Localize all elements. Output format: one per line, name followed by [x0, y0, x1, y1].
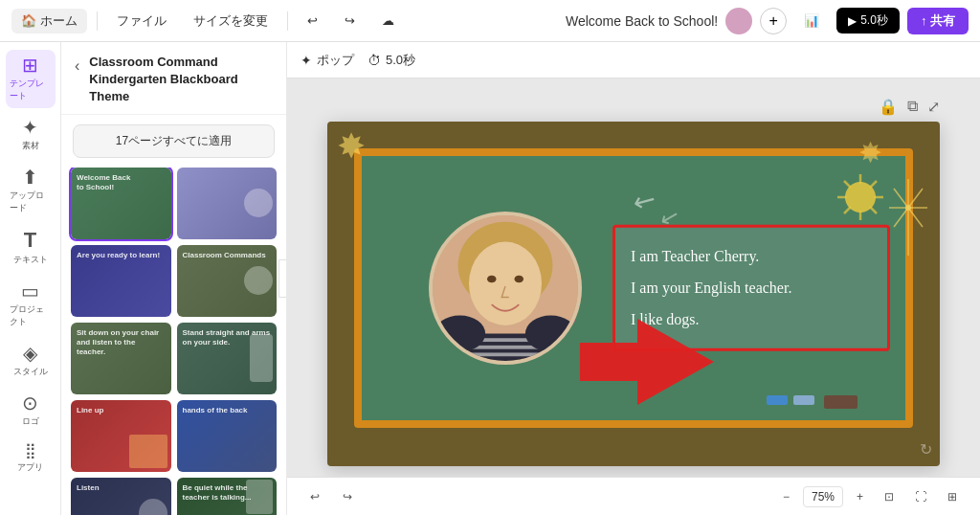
grid-button[interactable]: ⊞ — [940, 486, 965, 507]
template-thumb-3[interactable]: Are you ready to learn! — [71, 245, 171, 317]
template-grid: Welcome Backto School! Are you ready to … — [61, 168, 286, 515]
eraser-1 — [767, 395, 788, 405]
svg-point-11 — [469, 242, 542, 325]
bottom-redo-button[interactable]: ↪ — [335, 486, 360, 507]
presentation-title: Welcome Back to School! — [566, 13, 718, 29]
add-collaborator-button[interactable]: + — [760, 8, 787, 34]
svg-rect-17 — [460, 352, 551, 356]
big-red-arrow — [580, 319, 714, 409]
zoom-in-button[interactable]: + — [849, 486, 871, 507]
upload-label: アップロード — [10, 190, 52, 214]
template-thumb-6[interactable]: Stand straight and arms on your side. — [177, 323, 278, 394]
sidebar-item-templates[interactable]: ⊞ テンプレート — [6, 50, 56, 108]
play-duration-label: 5.0秒 — [860, 12, 888, 29]
resize-button[interactable]: サイズを変更 — [184, 9, 278, 34]
sidebar-item-projects[interactable]: ▭ プロジェクト — [6, 276, 56, 334]
expand-icon[interactable]: ⤢ — [927, 98, 940, 116]
sun-decoration — [834, 170, 886, 227]
share-label: 共有 — [930, 13, 955, 28]
play-icon: ▶ — [848, 14, 857, 28]
apply-all-label: 17ページすべてに適用 — [116, 134, 232, 147]
analytics-button[interactable]: 📊 — [794, 10, 829, 32]
refresh-icon[interactable]: ↻ — [920, 440, 932, 459]
animation-picker[interactable]: ✦ ポップ — [301, 52, 354, 69]
sidebar-item-apps[interactable]: ⣿ アプリ — [6, 437, 56, 480]
template-thumb-10[interactable]: Be quiet while the teacher is talking... — [177, 478, 278, 515]
thumb-deco-7 — [129, 435, 167, 468]
share-button[interactable]: ↑ 共有 — [907, 8, 969, 34]
bottom-undo-button[interactable]: ↩ — [302, 486, 327, 507]
file-label: ファイル — [117, 12, 167, 30]
zoom-out-button[interactable]: − — [775, 486, 797, 507]
top-nav: 🏠 ホーム ファイル サイズを変更 ↩ ↪ ☁ Welcome Back to … — [0, 0, 980, 42]
sidebar-item-text[interactable]: T テキスト — [6, 224, 56, 272]
sidebar-item-upload[interactable]: ⬆ アップロード — [6, 162, 56, 220]
eraser-3 — [824, 395, 858, 409]
sidebar-item-elements[interactable]: ✦ 素材 — [6, 112, 56, 158]
text-line-1: I am Teacher Cherry. — [631, 247, 872, 267]
home-button[interactable]: 🏠 ホーム — [11, 9, 87, 34]
elements-label: 素材 — [22, 140, 39, 152]
sidebar-item-styles[interactable]: ◈ スタイル — [6, 338, 56, 384]
undo-button[interactable]: ↩ — [298, 10, 327, 32]
bottom-right: − 75% + ⊡ ⛶ ⊞ — [775, 486, 965, 507]
canvas-scroll[interactable]: 🔒 ⧉ ⤢ ✸ ✸ ↙ ↙ — [287, 78, 980, 477]
thumb-image-10 — [246, 480, 273, 514]
chalk-arrow-1: ↙ — [627, 181, 661, 219]
file-button[interactable]: ファイル — [107, 9, 176, 34]
thumb-text-4: Classroom Commands — [183, 251, 272, 260]
firework-top-right: ✸ — [858, 136, 882, 169]
eraser-area — [767, 395, 858, 409]
avatar — [725, 8, 752, 34]
thumb-text-8: hands of the back — [183, 406, 272, 415]
duration-picker[interactable]: ⏱ 5.0秒 — [368, 52, 415, 69]
sidebar-item-logo[interactable]: ⊙ ロゴ — [6, 388, 56, 434]
fit-button[interactable]: ⊡ — [877, 486, 902, 507]
main-layout: ⊞ テンプレート ✦ 素材 ⬆ アップロード T テキスト ▭ プロジェクト ◈… — [0, 42, 980, 515]
duration-label: 5.0秒 — [386, 52, 415, 69]
apply-all-button[interactable]: 17ページすべてに適用 — [73, 124, 275, 158]
projects-icon: ▭ — [21, 281, 39, 301]
upload-icon: ⬆ — [22, 168, 38, 187]
canvas-top-icons: 🔒 ⧉ ⤢ — [327, 98, 940, 116]
fullscreen-button[interactable]: ⛶ — [907, 486, 934, 507]
apps-label: アプリ — [17, 461, 43, 474]
back-button[interactable]: ‹ — [73, 56, 81, 77]
templates-label: テンプレート — [10, 78, 52, 102]
template-thumb-7[interactable]: Line up — [71, 400, 171, 472]
thumb-image-6 — [250, 334, 273, 382]
text-line-2: I am your English teacher. — [631, 279, 872, 299]
thumb-image-9 — [139, 499, 167, 515]
template-thumb-4[interactable]: Classroom Commands — [177, 245, 278, 317]
template-thumb-1[interactable]: Welcome Backto School! — [71, 168, 171, 239]
logo-icon: ⊙ — [22, 393, 38, 413]
thumb-text-3: Are you ready to learn! — [77, 251, 166, 260]
panel-collapse-button[interactable]: ‹ — [278, 259, 287, 298]
styles-label: スタイル — [13, 366, 48, 378]
svg-point-13 — [515, 276, 524, 283]
icon-sidebar: ⊞ テンプレート ✦ 素材 ⬆ アップロード T テキスト ▭ プロジェクト ◈… — [0, 42, 61, 515]
thumb-text-7: Line up — [77, 406, 166, 415]
template-thumb-2[interactable] — [177, 168, 278, 239]
svg-line-6 — [870, 181, 877, 188]
canvas-toolbar: ✦ ポップ ⏱ 5.0秒 — [287, 42, 980, 78]
redo-button[interactable]: ↪ — [335, 10, 365, 32]
play-button[interactable]: ▶ 5.0秒 — [836, 8, 900, 34]
firework-left: ✸ — [337, 126, 366, 167]
teacher-photo — [429, 212, 582, 365]
copy-icon[interactable]: ⧉ — [907, 98, 918, 116]
svg-line-5 — [844, 181, 851, 188]
lock-icon[interactable]: 🔒 — [879, 98, 898, 116]
template-thumb-5[interactable]: Sit down on your chair and listen to the… — [71, 323, 171, 394]
template-thumb-9[interactable]: Listen — [71, 478, 171, 515]
nav-right: Welcome Back to School! + 📊 ▶ 5.0秒 ↑ 共有 — [566, 8, 969, 34]
cloud-button[interactable]: ☁ — [372, 10, 404, 32]
template-thumb-8[interactable]: hands of the back — [177, 400, 278, 472]
zoom-level: 75% — [803, 486, 843, 507]
apps-icon: ⣿ — [25, 443, 36, 459]
projects-label: プロジェクト — [10, 303, 52, 328]
resize-label: サイズを変更 — [193, 12, 268, 30]
bottom-bar: ↩ ↪ − 75% + ⊡ ⛶ ⊞ — [287, 477, 980, 515]
templates-icon: ⊞ — [22, 56, 38, 75]
slide[interactable]: ✸ ✸ ↙ ↙ — [327, 122, 940, 466]
